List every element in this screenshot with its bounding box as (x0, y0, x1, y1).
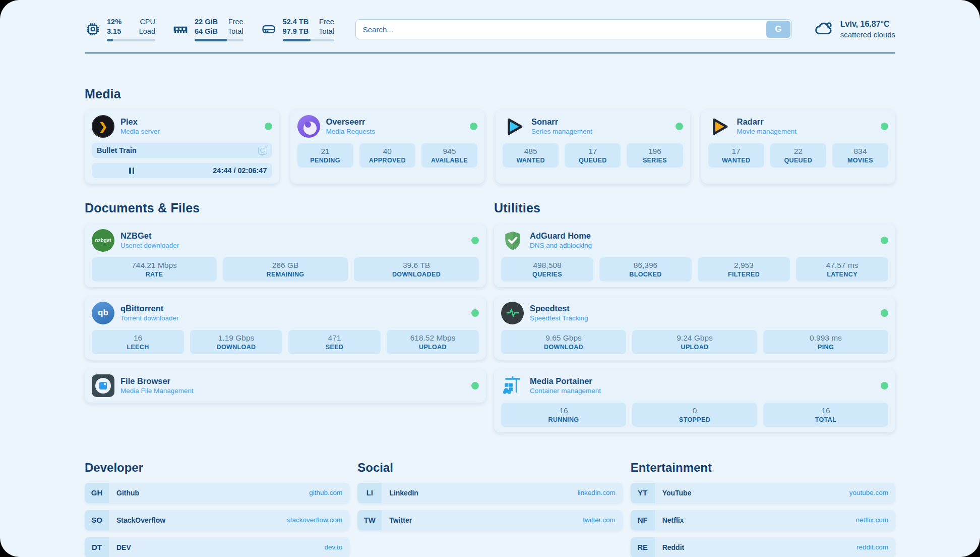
status-dot (676, 123, 683, 130)
status-dot (470, 123, 477, 130)
app-subtitle: Torrent downloader (120, 314, 179, 323)
stat-box: 16 RUNNING (501, 403, 626, 427)
stat-box: 618.52 Mbps UPLOAD (387, 330, 479, 354)
app-name: Overseerr (326, 117, 376, 127)
disk-values: 52.4 TB 97.9 TB (283, 17, 309, 36)
bookmark-url: twitter.com (583, 516, 616, 524)
stat-box: 485 WANTED (503, 143, 559, 168)
bookmark-dev[interactable]: DT DEV dev.to (85, 537, 349, 557)
app-name: Speedtest (530, 303, 588, 314)
top-bar: 12% 3.15 CPU Load (85, 15, 895, 43)
search-engine-button[interactable]: G (766, 21, 790, 38)
ram-widget: 22 GiB 64 GiB Free Total (172, 17, 243, 41)
stat-box: 471 SEED (288, 330, 381, 354)
bookmarks-developer: Developer GH Github github.com SO StackO… (85, 461, 349, 557)
bookmark-abbr: LI (357, 483, 382, 503)
cpu-progress-bar (107, 39, 155, 41)
bookmark-url: youtube.com (849, 489, 888, 496)
bookmark-stackoverflow[interactable]: SO StackOverflow stackoverflow.com (85, 510, 349, 530)
bookmark-linkedin[interactable]: LI LinkedIn linkedin.com (357, 483, 622, 503)
bookmark-url: stackoverflow.com (287, 516, 342, 524)
bookmark-url: reddit.com (856, 543, 888, 551)
portainer-crane-icon (501, 374, 524, 397)
services-grid: nzbget NZBGet Usenet downloader 744.21 M… (85, 224, 895, 432)
bookmark-url: github.com (309, 489, 342, 496)
bookmark-netflix[interactable]: NF Netflix netflix.com (631, 510, 895, 530)
status-dot (471, 309, 479, 317)
weather-condition: scattered clouds (840, 30, 895, 40)
stat-box: 834 MOVIES (832, 143, 888, 168)
bookmark-url: netflix.com (855, 516, 888, 524)
stat-box: 2,953 FILTERED (698, 257, 790, 282)
pause-icon (129, 168, 134, 174)
app-name: File Browser (120, 376, 194, 386)
playback-time: 24:44 / 02:06:47 (213, 166, 267, 175)
speedtest-pulse-icon (501, 302, 524, 324)
utilities-column: AdGuard Home DNS and adblocking 498,508 … (494, 224, 895, 432)
ram-icon (172, 21, 189, 37)
bookmark-abbr: SO (85, 510, 109, 530)
bookmark-abbr: TW (357, 510, 382, 530)
cpu-labels: CPU Load (139, 17, 155, 36)
bookmark-url: dev.to (325, 543, 343, 551)
cpu-values: 12% 3.15 (107, 17, 121, 36)
app-name: Sonarr (531, 117, 592, 127)
app-subtitle: Media Requests (326, 127, 376, 136)
filebrowser-card[interactable]: File Browser Media File Management (85, 369, 486, 403)
stat-box: 17 WANTED (708, 143, 764, 168)
status-dot (265, 123, 272, 130)
bookmark-name: Reddit (662, 543, 685, 551)
radarr-play-icon (708, 115, 731, 138)
stat-box: 266 GB REMAINING (223, 257, 348, 282)
radarr-card[interactable]: Radarr Movie management 17 WANTED 22 QUE… (701, 109, 896, 184)
bookmarks-section: Developer GH Github github.com SO StackO… (85, 461, 895, 557)
plex-card[interactable]: ❯ Plex Media server Bullet Train 24:44 /… (85, 109, 279, 184)
video-icon[interactable] (258, 146, 267, 155)
app-subtitle: Usenet downloader (120, 241, 179, 250)
search-input[interactable] (355, 19, 792, 39)
disk-icon (261, 21, 277, 37)
disk-progress-bar (283, 39, 334, 41)
app-name: NZBGet (120, 231, 179, 241)
ram-progress-bar (195, 39, 243, 41)
cloud-icon (813, 18, 834, 41)
status-dot (881, 123, 888, 130)
filebrowser-icon (92, 374, 114, 397)
bookmark-twitter[interactable]: TW Twitter twitter.com (357, 510, 622, 530)
bookmark-youtube[interactable]: YT YouTube youtube.com (631, 483, 895, 503)
bookmark-name: Twitter (389, 516, 412, 524)
stat-box: 40 APPROVED (359, 143, 415, 168)
bookmark-abbr: RE (631, 537, 655, 557)
cpu-widget: 12% 3.15 CPU Load (85, 17, 155, 41)
section-title-social: Social (357, 461, 622, 475)
stat-box: 21 PENDING (297, 143, 353, 168)
stat-box: 16 TOTAL (763, 403, 888, 427)
status-dot (471, 237, 479, 244)
weather-location-temp: Lviv, 16.87°C (840, 19, 895, 30)
now-playing-row: Bullet Train (92, 143, 272, 158)
adguard-card[interactable]: AdGuard Home DNS and adblocking 498,508 … (494, 224, 895, 287)
bookmark-abbr: GH (85, 483, 109, 503)
hardware-stats: 12% 3.15 CPU Load (85, 17, 334, 41)
portainer-card[interactable]: Media Portainer Container management 16 … (494, 369, 895, 432)
sonarr-play-icon (503, 115, 525, 138)
plex-icon: ❯ (92, 115, 114, 138)
bookmark-github[interactable]: GH Github github.com (85, 483, 349, 503)
bookmark-reddit[interactable]: RE Reddit reddit.com (631, 537, 895, 557)
speedtest-card[interactable]: Speedtest Speedtest Tracking 9.65 Gbps D… (494, 296, 895, 360)
search-bar: G (355, 19, 792, 39)
stat-box: 744.21 Mbps RATE (92, 257, 217, 282)
overseerr-card[interactable]: Overseerr Media Requests 21 PENDING 40 A… (290, 109, 485, 184)
nzbget-card[interactable]: nzbget NZBGet Usenet downloader 744.21 M… (85, 224, 486, 287)
sonarr-card[interactable]: Sonarr Series management 485 WANTED 17 Q… (496, 109, 690, 184)
app-subtitle: Series management (531, 127, 592, 136)
stat-box: 9.24 Gbps UPLOAD (632, 330, 757, 354)
stat-box: 196 SERIES (627, 143, 683, 168)
stat-box: 17 QUEUED (565, 143, 621, 168)
disk-widget: 52.4 TB 97.9 TB Free Total (261, 17, 334, 41)
app-subtitle: DNS and adblocking (530, 241, 592, 250)
bookmark-name: YouTube (662, 489, 692, 497)
qbittorrent-card[interactable]: qb qBittorrent Torrent downloader 16 LEE… (85, 296, 486, 360)
app-name: AdGuard Home (530, 231, 592, 241)
bookmarks-entertainment: Entertainment YT YouTube youtube.com NF … (631, 461, 895, 557)
